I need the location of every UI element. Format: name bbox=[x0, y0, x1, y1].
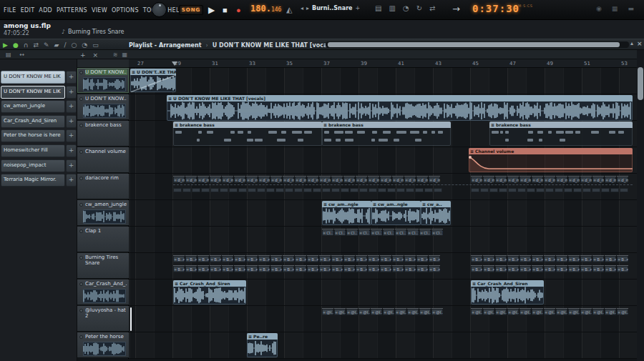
picker-layout-icon[interactable]: ▤ bbox=[6, 51, 11, 58]
mute-tool-icon[interactable]: ○ bbox=[71, 41, 77, 49]
track-header-clap-1[interactable]: Clap 1 bbox=[77, 227, 129, 252]
mini-clip-d-m[interactable]: ≡d_m bbox=[319, 176, 331, 183]
pattern-clone-button[interactable]: + bbox=[66, 129, 77, 142]
mini-block[interactable] bbox=[582, 188, 591, 192]
mini-clip-b-re[interactable]: ≡B..re bbox=[234, 255, 245, 262]
clip-menu-icon[interactable]: ≡ bbox=[248, 334, 252, 340]
playlist-grid[interactable]: ≡U DON'T..KE THAT≡U DON'T KNOW ME LIKE T… bbox=[129, 68, 637, 359]
mini-clip-d-m[interactable]: ≡d_m bbox=[258, 176, 270, 183]
mini-clip-d-m[interactable]: ≡d_m bbox=[234, 176, 245, 183]
mini-clip-b-re[interactable]: ≡B..re bbox=[556, 265, 567, 272]
mini-clip-b-re[interactable]: ≡B..re bbox=[605, 265, 616, 272]
mini-block[interactable] bbox=[610, 188, 619, 192]
mini-clip-b-re[interactable]: ≡B..re bbox=[556, 255, 567, 262]
pattern-item-car-crash-and-siren[interactable]: Car_Crash_And_Siren+ bbox=[1, 115, 77, 128]
pattern-add-icon[interactable]: + bbox=[356, 5, 361, 11]
mini-clip-cl-1[interactable]: ≡Cl..1 bbox=[334, 229, 346, 236]
mini-block[interactable] bbox=[555, 188, 563, 192]
mini-clip-d-m[interactable]: ≡d_m bbox=[617, 176, 628, 183]
mini-clip-d-m[interactable]: ≡d_m bbox=[210, 176, 221, 183]
pattern-clone-button[interactable]: + bbox=[66, 71, 77, 84]
mini-clip-l[interactable]: ≡@l.. bbox=[371, 308, 382, 315]
chevron-up-icon[interactable]: ▴ bbox=[630, 40, 633, 46]
mini-clip-d-m[interactable]: ≡d_m bbox=[356, 176, 367, 183]
mini-clip-b-re[interactable]: ≡B..re bbox=[173, 255, 185, 262]
mini-clip-b-re[interactable]: ≡B..re bbox=[429, 255, 440, 262]
next-arrow-icon[interactable]: → bbox=[452, 4, 460, 14]
mini-clip-b-re[interactable]: ≡B..re bbox=[392, 265, 404, 272]
delete-track-icon[interactable]: × bbox=[93, 51, 99, 59]
clip-cw-am-ngle[interactable]: ≡cw_am..ngle bbox=[322, 201, 371, 225]
mini-clip-b-re[interactable]: ≡B..re bbox=[429, 265, 440, 272]
mini-block[interactable] bbox=[275, 188, 284, 192]
mini-clip-b-re[interactable]: ≡B..re bbox=[270, 265, 282, 272]
clip-u-don-t-ke-that[interactable]: ≡U DON'T..KE THAT bbox=[130, 69, 176, 92]
vertical-scrollbar[interactable] bbox=[637, 50, 644, 361]
detach-icon[interactable]: ▦ bbox=[612, 5, 618, 12]
clip-brakence-bass[interactable]: ≡brakence bass bbox=[489, 122, 633, 146]
mini-clip-b-re[interactable]: ≡B..re bbox=[519, 265, 531, 272]
mini-clip-l[interactable]: ≡@l.. bbox=[580, 308, 592, 315]
mini-clip-b-re[interactable]: ≡B..re bbox=[283, 265, 294, 272]
mini-clip-b-re[interactable]: ≡B..re bbox=[295, 265, 306, 272]
track-mute-icon[interactable] bbox=[79, 150, 83, 154]
mini-clip-cl-1[interactable]: ≡Cl..1 bbox=[322, 229, 333, 236]
clip-channel-volume[interactable]: ≡Channel volume bbox=[469, 148, 633, 172]
mini-block[interactable] bbox=[229, 188, 238, 192]
mini-block[interactable] bbox=[238, 188, 247, 192]
stop-button[interactable]: ■ bbox=[223, 4, 228, 16]
mini-clip-b-re[interactable]: ≡B..re bbox=[404, 255, 416, 262]
track-header-cw-amen-jungle[interactable]: cw_amen_jungle bbox=[77, 200, 129, 226]
mini-block[interactable] bbox=[517, 188, 526, 192]
track-header-luvyosha-hat-2[interactable]: @luvyosha - hat 2 bbox=[77, 306, 129, 332]
mini-clip-d-m[interactable]: ≡d_m bbox=[404, 176, 416, 183]
mini-clip-d-m[interactable]: ≡d_m bbox=[307, 176, 318, 183]
mini-block[interactable] bbox=[350, 188, 358, 192]
zoom-tool-icon[interactable]: ◔ bbox=[82, 41, 87, 49]
mini-clip-d-m[interactable]: ≡d_m bbox=[507, 176, 519, 183]
clip-car-crash-and-siren[interactable]: ≡Car_Crash_And_Siren bbox=[471, 280, 544, 305]
mini-block[interactable] bbox=[415, 188, 424, 192]
mini-clip-l[interactable]: ≡@l.. bbox=[519, 308, 531, 315]
pencil-icon[interactable]: ✎ bbox=[44, 41, 49, 49]
mini-block[interactable] bbox=[378, 188, 386, 192]
mini-clip-l[interactable]: ≡@l.. bbox=[483, 308, 494, 315]
slice-icon[interactable]: / bbox=[64, 41, 66, 49]
mini-clip-b-re[interactable]: ≡B..re bbox=[532, 265, 543, 272]
mini-clip-d-m[interactable]: ≡d_m bbox=[495, 176, 507, 183]
mini-block[interactable] bbox=[248, 188, 256, 192]
track-mute-icon[interactable] bbox=[79, 335, 83, 339]
track-mute-icon[interactable] bbox=[79, 203, 83, 207]
piano-keyboard-icon[interactable]: ▥ bbox=[389, 4, 395, 12]
mini-block[interactable] bbox=[471, 188, 479, 192]
pattern-item-cw-amen-jungle[interactable]: cw_amen_jungle+ bbox=[1, 100, 77, 113]
mini-clip-d-m[interactable]: ≡d_m bbox=[605, 176, 616, 183]
pattern-item-peter-the-horse-is-here[interactable]: Peter the horse is here+ bbox=[1, 129, 77, 142]
pattern-selector[interactable]: ◂ ▸ Burni..Snare + bbox=[301, 5, 360, 11]
mini-block[interactable] bbox=[369, 188, 377, 192]
mini-clip-b-re[interactable]: ≡B..re bbox=[617, 255, 628, 262]
pattern-clone-button[interactable]: + bbox=[66, 174, 77, 187]
mini-clip-b-re[interactable]: ≡B..re bbox=[495, 265, 507, 272]
mini-clip-b-re[interactable]: ≡B..re bbox=[392, 255, 404, 262]
mini-clip-d-m[interactable]: ≡d_m bbox=[222, 176, 233, 183]
mini-clip-l[interactable]: ≡@l.. bbox=[495, 308, 507, 315]
menu-strip-icon[interactable]: ▬ bbox=[628, 5, 634, 12]
menu-view[interactable]: VIEW bbox=[89, 7, 109, 14]
mini-clip-l[interactable]: ≡@l.. bbox=[605, 308, 616, 315]
add-track-icon[interactable]: + bbox=[80, 51, 86, 59]
mini-clip-b-re[interactable]: ≡B..re bbox=[495, 255, 507, 262]
menu-file[interactable]: FILE bbox=[1, 7, 19, 14]
pattern-item-homeswitcher-fill[interactable]: Homeswitcher Fill+ bbox=[1, 144, 77, 157]
mini-clip-b-re[interactable]: ≡B..re bbox=[331, 265, 343, 272]
mini-clip-cl-1[interactable]: ≡Cl..1 bbox=[371, 229, 382, 236]
mini-clip-b-re[interactable]: ≡B..re bbox=[222, 265, 233, 272]
mini-clip-d-m[interactable]: ≡d_m bbox=[185, 176, 197, 183]
mini-clip-b-re[interactable]: ≡B..re bbox=[617, 265, 628, 272]
mini-clip-l[interactable]: ≡@l.. bbox=[334, 308, 346, 315]
mini-clip-b-re[interactable]: ≡B..re bbox=[356, 255, 367, 262]
mini-clip-b-re[interactable]: ≡B..re bbox=[197, 255, 209, 262]
clip-menu-icon[interactable]: ≡ bbox=[422, 202, 426, 207]
metronome-icon[interactable]: ◭ bbox=[286, 5, 292, 14]
pattern-item-terraria-magic-mirror[interactable]: Terraria Magic Mirror.+ bbox=[1, 174, 77, 187]
